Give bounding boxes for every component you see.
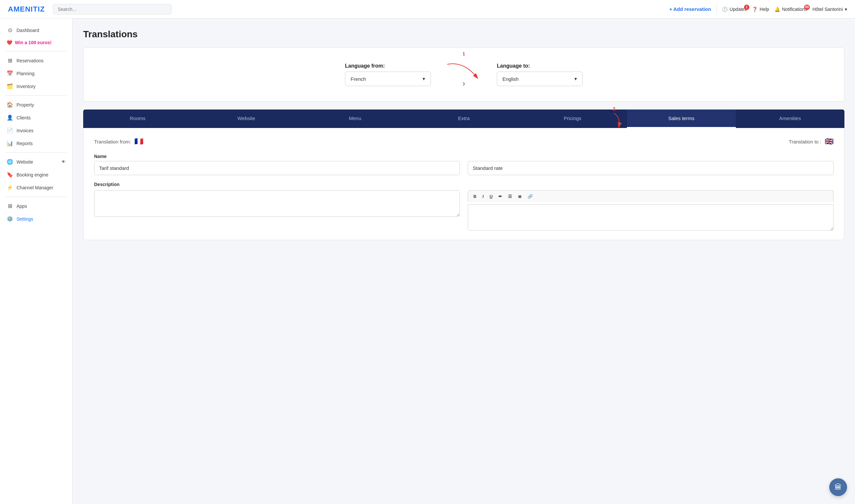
annotation-arrow-1 [444, 61, 484, 84]
name-to-group: Name [468, 154, 834, 175]
property-icon: 🏠 [6, 102, 13, 108]
add-reservation-button[interactable]: + Add reservation [669, 6, 711, 12]
chevron-down-icon-to: ▾ [574, 76, 577, 82]
sidebar-item-clients[interactable]: 👤 Clients [0, 111, 72, 124]
sidebar-label-channel-manager: Channel Manager [17, 185, 53, 190]
sidebar-label-clients: Clients [17, 115, 31, 120]
chevron-down-icon: ▾ [845, 6, 847, 12]
sidebar-item-apps[interactable]: ⊞ Apps [0, 200, 72, 212]
desc-to-textarea[interactable] [468, 204, 834, 231]
sidebar-label-settings: Settings [17, 216, 33, 222]
planning-icon: 📅 [6, 70, 13, 76]
website-icon: 🌐 [6, 159, 13, 165]
notifications-button[interactable]: 🔔 Notifications 89 [774, 6, 807, 12]
sidebar-item-channel-manager[interactable]: ⚡ Channel Manager [0, 181, 72, 194]
uk-flag-icon: 🇬🇧 [825, 137, 834, 146]
tab-extra[interactable]: Extra [409, 109, 518, 128]
toolbar-list-unordered[interactable]: ☰ [505, 193, 514, 200]
updates-badge: 1 [744, 5, 749, 10]
sidebar-divider-4 [5, 197, 67, 197]
name-from-input[interactable] [94, 161, 460, 175]
hotel-menu[interactable]: Hôtel Santorini ▾ [813, 6, 847, 12]
language-to-group: Language to: English ▾ [497, 63, 583, 86]
sidebar-label-dashboard: Dashboard [17, 28, 39, 33]
tab-rooms[interactable]: Rooms [83, 109, 192, 128]
toolbar-list-ordered[interactable]: ≣ [515, 193, 524, 200]
translation-from-label: Translation from: [94, 139, 131, 144]
sidebar-item-property[interactable]: 🏠 Property [0, 98, 72, 111]
main-content: Translations Language from: French ▾ 1 [73, 18, 855, 504]
top-nav: AMENITIZ + Add reservation 🕐 Updates 1 ❓… [0, 0, 855, 18]
updates-icon: 🕐 [722, 6, 728, 12]
sidebar-item-invoices[interactable]: 📄 Invoices [0, 124, 72, 137]
sidebar-item-planning[interactable]: 📅 Planning [0, 67, 72, 80]
sidebar-item-reports[interactable]: 📊 Reports [0, 137, 72, 150]
sidebar-label-property: Property [17, 102, 34, 108]
annotation-area: 1 › [444, 61, 484, 88]
clients-icon: 👤 [6, 114, 13, 121]
desc-from-textarea[interactable] [94, 190, 460, 217]
help-label: Help [760, 6, 769, 12]
chat-float-button[interactable]: 🏛 [829, 478, 847, 496]
language-to-select[interactable]: English ▾ [497, 72, 583, 86]
description-section: Description B I U ✏ ☰ ≣ 🔗 [94, 182, 834, 231]
sidebar-item-win[interactable]: ❤️ Win a 100 euros! [0, 37, 72, 49]
sidebar-label-invoices: Invoices [17, 128, 33, 133]
reports-icon: 📊 [6, 140, 13, 146]
sidebar-label-reports: Reports [17, 141, 33, 146]
sidebar-item-booking-engine[interactable]: 🔖 Booking engine [0, 168, 72, 181]
sidebar-item-dashboard[interactable]: ⊙ Dashboard [0, 24, 72, 37]
language-from-select[interactable]: French ▾ [345, 72, 431, 86]
logo: AMENITIZ [8, 5, 45, 14]
french-flag-icon: 🇫🇷 [134, 137, 143, 146]
toolbar-pencil[interactable]: ✏ [496, 193, 505, 200]
sidebar-item-website[interactable]: 🌐 Website 👁 [0, 155, 72, 168]
step2-annotation: 2 [601, 106, 627, 128]
step2-number: 2 [613, 106, 615, 111]
search-input[interactable] [53, 4, 172, 15]
hotel-name: Hôtel Santorini [813, 6, 843, 12]
sidebar-label-inventory: Inventory [17, 84, 36, 89]
chat-icon: 🏛 [835, 483, 842, 491]
step1-annotation: 1 [444, 61, 484, 86]
tab-website[interactable]: Website [192, 109, 300, 128]
tab-amenities[interactable]: Amenities [736, 109, 844, 128]
toolbar-italic[interactable]: I [479, 193, 486, 200]
nav-divider [716, 4, 717, 14]
annotation-arrow-2 [601, 111, 627, 128]
sidebar-divider-1 [5, 51, 67, 52]
description-row: B I U ✏ ☰ ≣ 🔗 [94, 190, 834, 231]
tab-sales-terms[interactable]: Sales terms [627, 109, 735, 128]
language-to-value: English [503, 76, 519, 82]
sidebar-divider-3 [5, 152, 67, 153]
toolbar-bold[interactable]: B [471, 193, 479, 200]
reservations-icon: ⊞ [6, 57, 13, 64]
updates-button[interactable]: 🕐 Updates 1 [722, 6, 747, 12]
sidebar-item-settings[interactable]: ⚙️ Settings [0, 212, 72, 225]
language-card: Language from: French ▾ 1 › [83, 48, 844, 102]
toolbar-underline[interactable]: U [487, 193, 495, 200]
name-label: Name [94, 154, 460, 159]
dashboard-icon: ⊙ [6, 27, 13, 33]
language-to-label: Language to: [497, 63, 583, 69]
chevron-down-icon-from: ▾ [422, 76, 425, 82]
tabs-bar: Rooms Website Menu Extra Pricings Sales … [83, 109, 844, 128]
tab-menu[interactable]: Menu [301, 109, 409, 128]
sidebar: ⊙ Dashboard ❤️ Win a 100 euros! ⊞ Reserv… [0, 18, 73, 504]
sidebar-label-website: Website [17, 159, 33, 165]
sidebar-item-reservations[interactable]: ⊞ Reservations [0, 54, 72, 67]
notifications-label: Notifications [782, 6, 807, 12]
language-from-group: Language from: French ▾ [345, 63, 431, 86]
step1-number: 1 [463, 51, 465, 56]
name-to-input[interactable] [468, 161, 834, 175]
notifications-badge: 89 [804, 5, 810, 10]
eye-icon: 👁 [62, 159, 66, 164]
translation-from: Translation from: 🇫🇷 [94, 137, 143, 146]
translation-header: Translation from: 🇫🇷 Translation to : 🇬🇧 [94, 137, 834, 146]
sidebar-label-planning: Planning [17, 71, 35, 76]
sidebar-item-inventory[interactable]: 🗂️ Inventory [0, 80, 72, 93]
help-button[interactable]: ❓ Help [752, 6, 769, 12]
toolbar-link[interactable]: 🔗 [525, 193, 536, 200]
channel-manager-icon: ⚡ [6, 184, 13, 191]
invoices-icon: 📄 [6, 127, 13, 133]
